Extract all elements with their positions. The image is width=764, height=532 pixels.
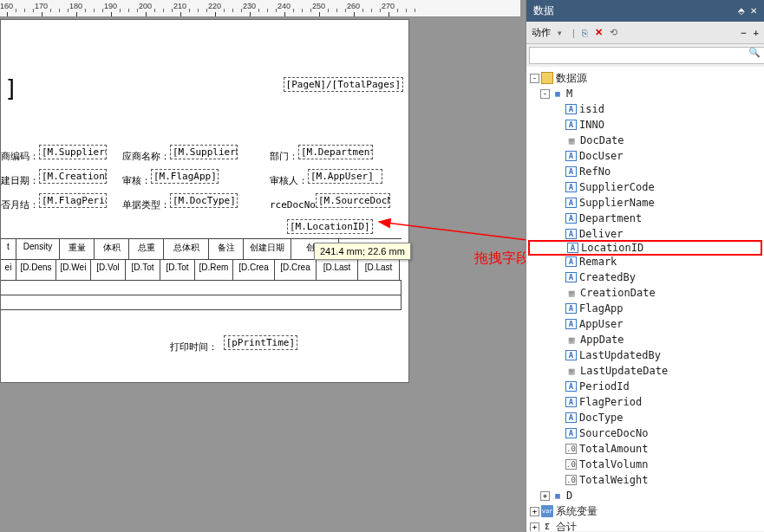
tree-node-remark[interactable]: ARemark [528,254,762,269]
tree-toggle[interactable]: + [530,507,539,516]
tree-node-系统变量[interactable]: +var系统变量 [528,503,762,519]
tree-toggle[interactable]: + [540,491,550,501]
tree-node-totalvolumn[interactable]: .0TotalVolumn [528,457,762,472]
panel-toolbar: 动作 ▾ | ⎘ ✕ ⟲ − + [526,22,764,44]
tree-label: INNO [579,119,604,131]
tree-node-sourcedocno[interactable]: ASourceDocNo [528,425,762,441]
column-header[interactable]: t [1,239,16,259]
tree-node-lastupdatedby[interactable]: ALastUpdatedBy [528,347,762,363]
tree-node-department[interactable]: ADepartment [528,211,762,226]
data-cell[interactable]: [D.Crea [233,260,275,280]
tree-node-m[interactable]: -▦M [528,86,762,101]
data-cell[interactable]: [D.Tot [160,260,195,280]
tree-node-totalweight[interactable]: .0TotalWeight [528,472,762,488]
dropdown-icon[interactable]: ▾ [558,29,562,37]
tree-node-periodid[interactable]: APeriodId [528,379,762,394]
tree-node-doctype[interactable]: ADocType [528,410,762,425]
tree-node-docuser[interactable]: ADocUser [528,148,762,164]
tree-label: CreationDate [580,287,656,299]
refresh-icon[interactable]: ⟲ [610,27,617,38]
report-canvas[interactable]: ] [PageN]/[TotalPages] 商编码：[M.SupplierCo… [0,19,409,383]
form-field[interactable]: 部门：[M.Department [270,145,373,163]
tree-node-totalamount[interactable]: .0TotalAmount [528,441,762,457]
tree-label: TotalVolumn [579,458,648,470]
page-number-field[interactable]: [PageN]/[TotalPages] [284,77,403,94]
tree-label: TotalWeight [579,474,648,486]
data-cell[interactable]: [D.Dens [16,260,56,280]
data-cell[interactable]: [D.Wei [56,260,91,280]
tree-node-suppliername[interactable]: ASupplierName [528,195,762,211]
form-field[interactable]: 建日期：[M.CreationDa [1,169,107,187]
tree-node-inno[interactable]: AINNO [528,117,762,133]
column-header[interactable]: 总重 [129,239,164,259]
column-header[interactable]: 体积 [95,239,129,259]
tree-toggle[interactable]: - [540,89,550,99]
tree-label: TotalAmount [579,443,648,455]
tree-toggle[interactable]: - [530,74,539,83]
data-cell[interactable]: [D.Tot [126,260,160,280]
form-field[interactable]: 应商名称：[M.SupplierNa [122,145,238,163]
delete-icon[interactable]: ✕ [595,27,603,38]
tree-icon: ▦ [565,287,578,299]
tree-node-flagapp[interactable]: AFlagApp [528,301,762,316]
column-header[interactable]: 重量 [60,239,95,259]
tree-label: Remark [579,256,617,268]
tree-node-suppliercode[interactable]: ASupplierCode [528,179,762,195]
print-time-field[interactable]: 打印时间： [pPrintTime] [170,335,297,354]
data-tree[interactable]: -数据源-▦MAisidAINNO▦DocDateADocUserARefNoA… [526,67,764,531]
column-header[interactable]: 总体积 [164,239,209,259]
data-cell[interactable]: [D.Last [358,260,400,280]
minus-button[interactable]: − [741,28,746,38]
data-cell[interactable]: ei [1,260,16,280]
tree-node-refno[interactable]: ARefNo [528,164,762,179]
close-icon[interactable]: ✕ [750,6,757,16]
tree-label: Deliver [579,228,624,240]
tree-label: 合计 [556,520,577,532]
form-field[interactable]: 审核：[M.FlagApp] [122,169,219,187]
form-field[interactable]: rceDocNo[M.SourceDocNo [270,193,390,211]
tree-node-appdate[interactable]: ▦AppDate [528,332,762,347]
tree-icon: Σ [541,521,553,531]
column-header[interactable]: 备注 [209,239,244,259]
tree-node-isid[interactable]: Aisid [528,101,762,117]
drag-annotation-text: 拖拽字段 [474,250,530,268]
form-field[interactable]: 商编码：[M.SupplierCo [1,145,107,163]
tree-node-appuser[interactable]: AAppUser [528,316,762,332]
tree-node-合计[interactable]: +Σ合计 [528,519,762,531]
pin-icon[interactable]: ⬘ [738,6,745,16]
tree-icon: ▦ [565,334,578,346]
form-field[interactable]: 审核人：[M.AppUser] [270,169,382,187]
form-field[interactable]: 否月结：[M.FlagPeriod [1,193,107,211]
tree-label: PeriodId [579,380,630,393]
data-cell[interactable]: [D.Last [317,260,358,280]
tree-icon: ▦ [565,134,578,146]
tree-label: FlagPeriod [579,396,642,408]
tree-node-docdate[interactable]: ▦DocDate [528,133,762,148]
tree-icon: A [565,198,577,208]
panel-title-bar[interactable]: 数据 ⬘ ✕ [526,0,764,22]
copy-icon[interactable]: ⎘ [582,28,588,38]
search-input[interactable] [529,47,764,64]
tree-node-lastupdatedate[interactable]: ▦LastUpdateDate [528,363,762,379]
tree-label: DocDate [580,134,624,146]
form-field[interactable]: 单据类型：[M.DocType] [122,193,238,211]
tree-node-flagperiod[interactable]: AFlagPeriod [528,394,762,410]
search-icon[interactable]: 🔍 [748,47,761,58]
tree-label: RefNo [579,165,611,178]
tree-label: LastUpdateDate [580,365,668,377]
data-cell[interactable]: [D.Vol [91,260,126,280]
tree-node-d[interactable]: +▦D [528,488,762,503]
data-cell[interactable]: [D.Rem [195,260,233,280]
tree-node-createdby[interactable]: ACreatedBy [528,269,762,285]
tree-toggle[interactable]: + [530,522,539,532]
tree-icon: A [565,166,577,177]
plus-button[interactable]: + [754,28,759,38]
tree-node-数据源[interactable]: -数据源 [528,70,762,86]
tree-node-creationdate[interactable]: ▦CreationDate [528,285,762,301]
tree-label: LocationID [581,242,643,254]
column-header[interactable]: Density [16,239,60,259]
data-cell[interactable]: [D.Crea [275,260,317,280]
location-id-field[interactable]: [M.LocationID] [287,219,373,237]
tree-icon: A [565,104,577,114]
column-header[interactable]: 创建日期 [244,239,291,259]
